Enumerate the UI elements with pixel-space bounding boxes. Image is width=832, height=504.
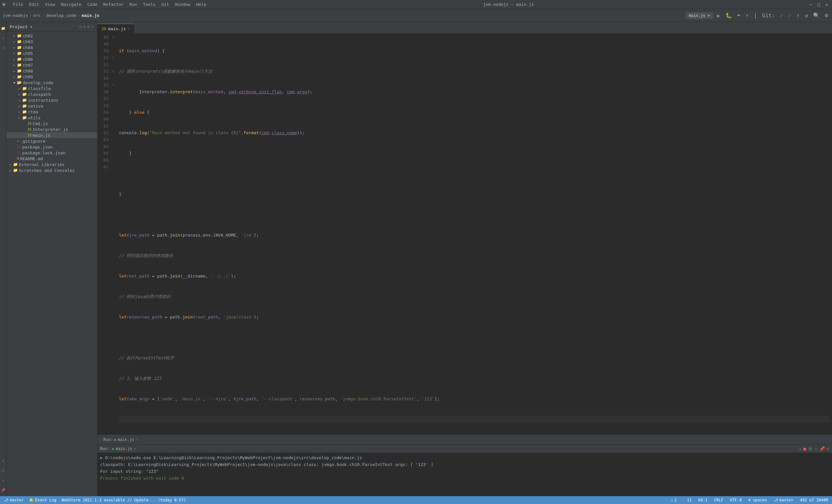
tree-item-classpath[interactable]: ▶ 📁 classpath	[6, 91, 97, 97]
settings-button[interactable]: ⚙	[824, 12, 829, 19]
code-line-59: let root_path = path.join(__dirname, '..…	[119, 273, 829, 280]
npm-icon[interactable]: N	[0, 468, 6, 474]
branch-status[interactable]: ⎇ master	[772, 498, 795, 502]
tree-item-ch05[interactable]: ▶ 📁 ch05	[6, 50, 97, 56]
menu-view[interactable]: View	[42, 1, 57, 7]
run-config-selector[interactable]: main.js ▾	[686, 12, 713, 19]
errors-item[interactable]: ✕ 11	[682, 498, 693, 502]
tree-item-main-js[interactable]: ▶ JS main.js	[6, 132, 97, 138]
run-clear-button[interactable]: 🗑	[808, 446, 812, 451]
tree-item-ch02[interactable]: ▶ 📁 ch02	[6, 33, 97, 39]
git-checkmark[interactable]: ✓	[779, 12, 784, 19]
menu-help[interactable]: Help	[193, 1, 209, 7]
pull-requests-icon[interactable]: ⎇	[0, 45, 6, 51]
tree-item-develop-code[interactable]: ▼ 📂 develop_code	[6, 80, 97, 85]
tree-item-ch03[interactable]: ▶ 📁 ch03	[6, 39, 97, 45]
project-icon[interactable]: 📁	[0, 25, 6, 31]
git-status[interactable]: ⎇ master	[3, 498, 25, 502]
tree-label-cmd-js: Cmd.js	[32, 121, 48, 126]
run-tab-close[interactable]: ✕	[135, 437, 138, 442]
settings-sidebar-button[interactable]: ⚙	[87, 24, 90, 29]
run-output-classpath: classpath: E:\LearningDisk\Learning_Proj…	[100, 462, 433, 467]
run-button[interactable]: ▶	[716, 11, 722, 20]
tree-item-ch07[interactable]: ▶ 📁 ch07	[6, 62, 97, 68]
git-history[interactable]: ↺	[804, 12, 810, 19]
pin-icon[interactable]: 📌	[0, 487, 6, 493]
fold-48[interactable]: ▽	[110, 34, 116, 41]
menu-window[interactable]: Window	[172, 1, 193, 7]
breadcrumb-project[interactable]: jvm-nodejs	[3, 13, 28, 18]
run-restart-button[interactable]: ↺	[799, 446, 801, 451]
profile-button[interactable]: ⚡	[744, 12, 750, 19]
line-ending[interactable]: CRLF	[713, 498, 725, 502]
breadcrumb-src[interactable]: src	[33, 13, 41, 18]
favorites-icon[interactable]: ★	[0, 477, 6, 483]
tree-item-ch08[interactable]: ▶ 📁 ch08	[6, 68, 97, 74]
menu-edit[interactable]: Edit	[26, 1, 42, 7]
breadcrumb-mainjs[interactable]: main.js	[82, 13, 100, 18]
code-content[interactable]: if (main_method) { // 调用interpret()函数解析执…	[116, 34, 832, 434]
tree-item-ch04[interactable]: ▶ 📁 ch04	[6, 45, 97, 50]
code-editor[interactable]: 48 49 50 51 52 53 54 55 56 57 58 59 60 6…	[98, 34, 832, 434]
event-log-label: Event Log	[35, 498, 56, 502]
tree-item-package-json[interactable]: ▶ {} package.json	[6, 144, 97, 150]
search-button[interactable]: 🔍	[812, 12, 821, 19]
tree-item-external-libs[interactable]: ▶ 📁 External Libraries	[6, 161, 97, 167]
menu-file[interactable]: File	[10, 1, 26, 7]
tree-label-ch08: ch08	[23, 69, 33, 74]
tree-item-classfile[interactable]: ▶ 📁 classfile	[6, 85, 97, 91]
sort-button[interactable]: ⇅	[83, 24, 86, 29]
menu-code[interactable]: Code	[84, 1, 100, 7]
menu-tools[interactable]: Tools	[140, 1, 158, 7]
collapse-all-button[interactable]: ⊟	[79, 24, 82, 29]
menu-run[interactable]: Run	[127, 1, 139, 7]
tree-item-scratches[interactable]: ▶ 📁 Scratches and Consoles	[6, 167, 97, 173]
fold-53[interactable]: ▽	[110, 68, 116, 75]
run-config-close[interactable]: ✕	[134, 447, 136, 451]
tree-item-gitignore[interactable]: ▶ ⚙ .gitignore	[6, 138, 97, 144]
fold-51[interactable]: ▽	[110, 54, 116, 61]
tree-item-rtda[interactable]: ▶ 📁 rtda	[6, 109, 97, 115]
tree-item-utils[interactable]: ▶ 📁 utils	[6, 115, 97, 121]
debug-button[interactable]: 🐛	[724, 12, 733, 19]
close-button[interactable]: ✕	[824, 2, 829, 7]
notification-item[interactable]: WebStorm 2021.1.3 available // Update...…	[60, 498, 187, 502]
tab-run[interactable]: Run: ▶ main.js ✕	[100, 436, 141, 443]
warnings-item[interactable]: ⚠ 2	[670, 498, 678, 502]
run-stop-button[interactable]: ■	[803, 446, 806, 451]
maximize-button[interactable]: □	[816, 2, 821, 7]
run-settings-button[interactable]: ⚙	[827, 446, 829, 451]
coverage-button[interactable]: ☂	[736, 12, 742, 19]
tree-item-readme[interactable]: ▶ M README.md	[6, 156, 97, 161]
commit-icon[interactable]: ⊙	[0, 35, 6, 41]
close-sidebar-button[interactable]: ✕	[91, 24, 94, 29]
tree-item-instructions[interactable]: ▶ 📁 instructions	[6, 97, 97, 103]
tree-item-ch06[interactable]: ▶ 📁 ch06	[6, 56, 97, 62]
git-push[interactable]: ✓	[787, 12, 793, 19]
tree-item-interpreter-js[interactable]: ▶ JS Interpreter.js	[6, 126, 97, 132]
tree-item-package-lock-json[interactable]: ▶ {} package-lock.json	[6, 150, 97, 156]
tree-arrow-develop-code: ▼	[12, 80, 17, 85]
structure-icon[interactable]: ≡	[0, 458, 6, 464]
tree-item-cmd-js[interactable]: ▶ JS Cmd.js	[6, 121, 97, 126]
fold-55[interactable]: ▽	[110, 82, 116, 88]
tab-close-button[interactable]: ✕	[128, 27, 130, 31]
tree-item-ch09[interactable]: ▶ 📁 ch09	[6, 74, 97, 80]
tab-main-js[interactable]: JS main.js ✕	[98, 24, 134, 33]
cursor-position[interactable]: 66:1	[697, 498, 709, 502]
indent-setting[interactable]: 4 spaces	[747, 498, 768, 502]
menu-navigate[interactable]: Navigate	[58, 1, 84, 7]
tree-item-native[interactable]: ▶ 📁 native	[6, 103, 97, 109]
encoding[interactable]: UTF-8	[729, 498, 743, 502]
git-update[interactable]: ↑	[795, 12, 801, 19]
fold-54	[110, 75, 116, 82]
breadcrumb-develop-code[interactable]: develop_code	[46, 13, 76, 18]
menu-git[interactable]: Git	[159, 1, 172, 7]
tree-label-ch05: ch05	[23, 51, 33, 56]
memory-usage[interactable]: 492 of 2048M	[799, 498, 829, 502]
run-scroll-button[interactable]: ↕	[814, 446, 817, 451]
event-log-item[interactable]: 🔔 Event Log	[28, 498, 57, 502]
run-pin-button[interactable]: 📌	[819, 446, 825, 451]
minimize-button[interactable]: ─	[808, 2, 813, 7]
menu-refactor[interactable]: Refactor	[101, 1, 126, 7]
